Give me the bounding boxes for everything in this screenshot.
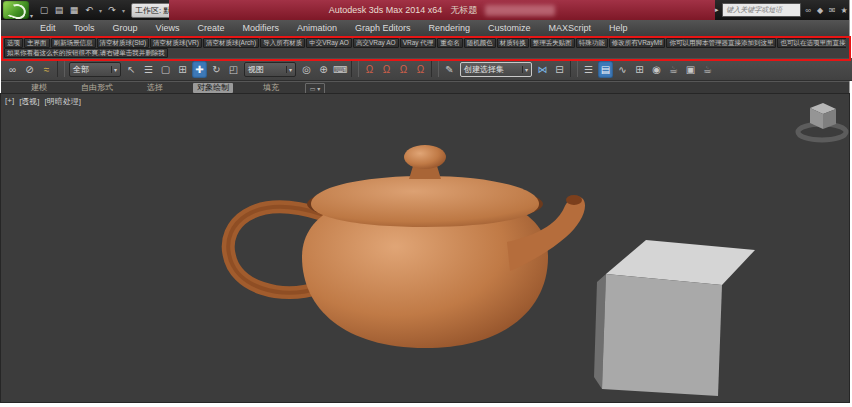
menu-item[interactable]: Edit — [31, 23, 65, 33]
3dsmax-logo-icon[interactable] — [3, 1, 29, 19]
script-button[interactable]: 清空材质球(VR) — [150, 38, 202, 48]
new-file-icon[interactable]: ▢ — [37, 3, 51, 17]
tab-selection[interactable]: 选择 — [143, 83, 167, 93]
curve-editor-icon[interactable]: ∿ — [615, 61, 630, 78]
script-button[interactable]: VRay 代理 — [400, 38, 437, 48]
script-button[interactable]: 主界面 — [24, 38, 50, 48]
tab-populate[interactable]: 填充 — [259, 83, 283, 93]
menu-item[interactable]: Create — [188, 23, 233, 33]
material-editor-icon[interactable]: ◉ — [649, 61, 664, 78]
ribbon-display-toggle[interactable]: ▭ ▾ — [305, 83, 325, 94]
viewport-shading-label[interactable]: [明暗处理] — [45, 96, 81, 107]
script-button[interactable]: 高交VRay AO — [353, 38, 399, 48]
teapot-knob[interactable] — [404, 145, 446, 169]
viewport-labels: [+] [透视] [明暗处理] — [5, 96, 81, 107]
script-button[interactable]: 整理丢失贴图 — [530, 38, 575, 48]
favorites-star-icon[interactable]: ★ — [839, 4, 849, 16]
menu-item[interactable]: Modifiers — [233, 23, 288, 33]
select-scale-icon[interactable]: ◰ — [226, 61, 241, 78]
script-button[interactable]: 也可以在选项里面直接添加脚本 — [777, 38, 846, 48]
script-button[interactable]: 清空材质球(Arch) — [203, 38, 259, 48]
subscription-key-icon[interactable]: ◆ — [815, 4, 825, 16]
angle-snap-icon[interactable]: Ω — [379, 61, 394, 78]
rect-selection-region-icon[interactable]: ▢ — [158, 61, 173, 78]
selection-filter-dropdown[interactable]: 全部 — [69, 62, 121, 77]
bind-to-spacewarp-icon[interactable]: ≈ — [39, 61, 54, 78]
scene-explorer-icon[interactable]: ▤ — [598, 61, 613, 78]
menu-item[interactable]: MAXScript — [540, 23, 601, 33]
menu-item[interactable]: Tools — [65, 23, 104, 33]
script-button[interactable]: 随机颜色 — [464, 38, 496, 48]
mirror-icon[interactable]: ⋈ — [535, 61, 550, 78]
undo-dropdown-arrow-icon[interactable]: ▾ — [97, 3, 104, 17]
window-crossing-icon[interactable]: ⊞ — [175, 61, 190, 78]
viewcube[interactable] — [798, 103, 846, 140]
script-button[interactable]: 特殊功能 — [576, 38, 608, 48]
menu-item[interactable]: Group — [104, 23, 147, 33]
use-pivot-center-icon[interactable]: ◎ — [299, 61, 314, 78]
script-button[interactable]: 材质转换 — [497, 38, 529, 48]
snap-toggle-3d-icon[interactable]: Ω — [362, 61, 377, 78]
script-button[interactable]: 选项 — [4, 38, 23, 48]
tab-object-paint[interactable]: 对象绘制 — [193, 83, 233, 93]
align-icon[interactable]: ⊟ — [552, 61, 567, 78]
save-file-icon[interactable]: ▦ — [67, 3, 81, 17]
toolbar-separator — [431, 61, 439, 77]
undo-icon[interactable]: ↶ — [82, 3, 96, 17]
spinner-snap-icon[interactable]: Ω — [413, 61, 428, 78]
menu-item[interactable]: Rendering — [420, 23, 480, 33]
open-file-icon[interactable]: ▤ — [52, 3, 66, 17]
menu-item[interactable]: Views — [147, 23, 189, 33]
script-button[interactable]: 清空材质球(Std) — [97, 38, 150, 48]
script-button[interactable]: 你可以用脚本管理器直接添加到这里 — [666, 38, 776, 48]
render-setup-icon[interactable]: ☕ — [666, 61, 681, 78]
box-front-face[interactable] — [602, 274, 722, 396]
main-toolbar: ∞⊘≈全部↖☰▢⊞✚↻◰视图◎⊕⌨ΩΩΩΩ✎创建选择集⋈⊟☰▤∿⊞◉☕▣☕ — [1, 58, 852, 81]
menu-item[interactable]: Customize — [479, 23, 540, 33]
redo-dropdown-arrow-icon[interactable]: ▾ — [120, 3, 127, 17]
script-button[interactable]: 修改所有VRayMtl — [609, 38, 666, 48]
named-sets-dropdown[interactable]: 创建选择集 — [460, 62, 532, 77]
communication-center-icon[interactable]: ✉ — [827, 4, 837, 16]
product-title: Autodesk 3ds Max 2014 x64 — [329, 5, 443, 15]
teapot-lid[interactable] — [311, 176, 539, 227]
menu-item[interactable]: Animation — [288, 23, 346, 33]
menu-bar: EditToolsGroupViewsCreateModifiersAnimat… — [1, 20, 849, 37]
select-rotate-icon[interactable]: ↻ — [209, 61, 224, 78]
select-object-icon[interactable]: ↖ — [124, 61, 139, 78]
viewport-pov-label[interactable]: [透视] — [19, 96, 39, 107]
ribbon-tab-bar: 建模自由形式选择对象绘制填充 ▭ ▾ — [1, 81, 849, 95]
select-link-icon[interactable]: ∞ — [5, 61, 20, 78]
select-move-icon[interactable]: ✚ — [192, 61, 207, 78]
viewport-general-menu[interactable]: [+] — [5, 96, 14, 107]
script-note-button[interactable]: 如果你看着这么长的按钮很不爽,请右键单击我并删除我 — [4, 48, 168, 58]
redo-icon[interactable]: ↷ — [105, 3, 119, 17]
rendered-frame-icon[interactable]: ▣ — [683, 61, 698, 78]
tab-modeling[interactable]: 建模 — [27, 83, 51, 93]
keyboard-override-icon[interactable]: ⌨ — [333, 61, 348, 78]
render-production-icon[interactable]: ☕ — [700, 61, 715, 78]
unlink-selection-icon[interactable]: ⊘ — [22, 61, 37, 78]
infocenter-expand-arrow-icon[interactable]: ▸ — [715, 6, 720, 14]
tab-freeform[interactable]: 自由形式 — [77, 83, 117, 93]
script-button[interactable]: 导入所有材质 — [260, 38, 305, 48]
select-by-name-icon[interactable]: ☰ — [141, 61, 156, 78]
schematic-view-icon[interactable]: ⊞ — [632, 61, 647, 78]
perspective-viewport[interactable]: [+] [透视] [明暗处理] — [1, 94, 849, 402]
select-manipulate-icon[interactable]: ⊕ — [316, 61, 331, 78]
layer-manager-icon[interactable]: ☰ — [581, 61, 596, 78]
teapot-object[interactable] — [228, 145, 585, 348]
box-object[interactable] — [594, 240, 755, 396]
infocenter-search-input[interactable]: 键入关键字或短语 — [722, 3, 801, 17]
edit-named-sets-icon[interactable]: ✎ — [442, 61, 457, 78]
ref-coordsys-dropdown[interactable]: 视图 — [244, 62, 296, 77]
script-button[interactable]: 重命名 — [437, 38, 463, 48]
script-button[interactable]: 中交VRay AO — [306, 38, 352, 48]
percent-snap-icon[interactable]: Ω — [396, 61, 411, 78]
menu-item[interactable]: Graph Editors — [346, 23, 420, 33]
menu-item[interactable]: Help — [600, 23, 637, 33]
binoculars-search-icon[interactable]: ∞ — [803, 4, 813, 16]
toolbar-separator — [351, 61, 359, 77]
app-menu-arrow-icon[interactable]: ▾ — [30, 12, 33, 19]
script-button[interactable]: 刷新场景信息 — [51, 38, 96, 48]
